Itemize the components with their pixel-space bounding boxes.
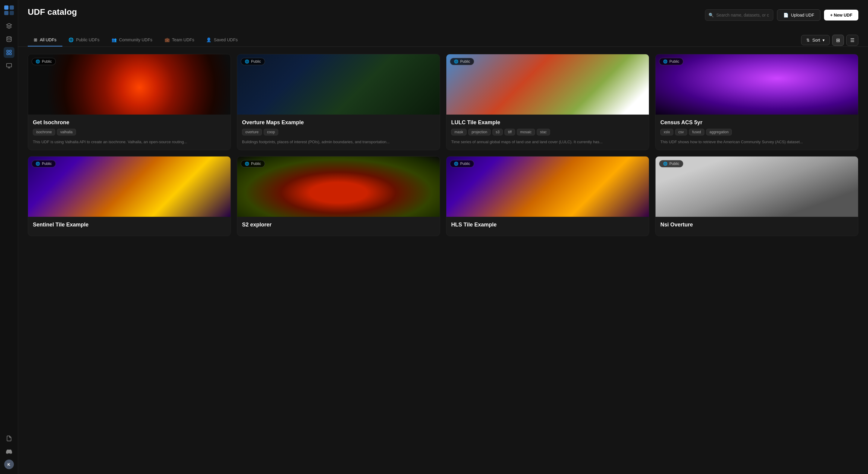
tag: tiff xyxy=(504,129,515,136)
tag: mask xyxy=(451,129,467,136)
card-sentinel[interactable]: 🌐 Public Sentinel Tile Example xyxy=(28,156,231,236)
card-title: Census ACS 5yr xyxy=(660,119,853,126)
tag: coop xyxy=(264,129,278,136)
tag: mosaic xyxy=(517,129,535,136)
card-title: LULC Tile Example xyxy=(451,119,644,126)
card-body: HLS Tile Example xyxy=(446,217,649,236)
badge-label: Public xyxy=(251,161,261,166)
tag: stac xyxy=(537,129,550,136)
search-input[interactable] xyxy=(705,9,773,21)
globe-small-icon: 🌐 xyxy=(36,161,40,166)
card-badge: 🌐 Public xyxy=(450,58,474,65)
card-isochrone[interactable]: 🌐 Public Get Isochrone isochronevalhalla… xyxy=(28,54,231,150)
tab-all-udfs[interactable]: ⊞ All UDFs xyxy=(28,34,62,47)
tag: overture xyxy=(242,129,262,136)
page-title: UDF catalog xyxy=(28,7,77,17)
grid-icon: ⊞ xyxy=(34,37,37,42)
svg-rect-3 xyxy=(10,11,14,15)
app-logo[interactable] xyxy=(4,5,14,16)
list-view-button[interactable]: ☰ xyxy=(846,35,858,46)
badge-label: Public xyxy=(670,59,679,64)
card-title: Sentinel Tile Example xyxy=(33,221,226,228)
globe-small-icon: 🌐 xyxy=(663,59,668,64)
card-thumbnail: 🌐 Public xyxy=(446,156,649,217)
card-tags: maskprojections3tiffmosaicstac xyxy=(451,129,644,136)
users-icon: 👥 xyxy=(112,37,117,42)
card-badge: 🌐 Public xyxy=(659,58,683,65)
svg-rect-1 xyxy=(10,5,14,10)
card-hls[interactable]: 🌐 Public HLS Tile Example xyxy=(446,156,649,236)
sidebar-icon-layers[interactable] xyxy=(4,21,14,31)
card-description: Time series of annual global maps of lan… xyxy=(451,139,644,145)
card-thumbnail: 🌐 Public xyxy=(655,54,858,115)
globe-small-icon: 🌐 xyxy=(663,161,668,166)
sort-button[interactable]: ⇅ Sort ▾ xyxy=(801,35,830,45)
upload-icon: 📄 xyxy=(783,13,788,18)
badge-label: Public xyxy=(670,161,679,166)
tag: s3 xyxy=(493,129,503,136)
globe-icon: 🌐 xyxy=(68,37,73,42)
card-tags: xslxcsvfusedaggregation xyxy=(660,129,853,136)
card-thumbnail: 🌐 Public xyxy=(28,54,230,115)
card-body: Sentinel Tile Example xyxy=(28,217,230,236)
card-lulc[interactable]: 🌐 Public LULC Tile Example maskprojectio… xyxy=(446,54,649,150)
svg-rect-0 xyxy=(4,5,8,10)
avatar[interactable]: K xyxy=(4,460,14,469)
tab-team-udfs[interactable]: 💼 Team UDFs xyxy=(158,34,200,47)
card-badge: 🌐 Public xyxy=(32,160,56,167)
header: UDF catalog 🔍 📄 Upload UDF + New UDF xyxy=(18,0,868,29)
card-body: Get Isochrone isochronevalhalla This UDF… xyxy=(28,115,230,150)
grid-container: 🌐 Public Get Isochrone isochronevalhalla… xyxy=(18,47,868,474)
card-description: This UDF is using Valhalla API to create… xyxy=(33,139,226,145)
tag: aggregation xyxy=(706,129,732,136)
card-overture[interactable]: 🌐 Public Overture Maps Example overturec… xyxy=(237,54,440,150)
view-controls: ⇅ Sort ▾ ⊞ ☰ xyxy=(801,35,858,46)
card-title: Get Isochrone xyxy=(33,119,226,126)
upload-udf-button[interactable]: 📄 Upload UDF xyxy=(777,9,820,21)
tag: valhalla xyxy=(57,129,76,136)
card-title: S2 explorer xyxy=(242,221,435,228)
tab-community-udfs[interactable]: 👥 Community UDFs xyxy=(105,34,158,47)
globe-small-icon: 🌐 xyxy=(245,161,249,166)
sidebar-icon-file[interactable] xyxy=(4,433,14,444)
search-icon: 🔍 xyxy=(709,13,714,18)
svg-rect-9 xyxy=(9,53,11,55)
svg-point-5 xyxy=(7,37,11,38)
card-badge: 🌐 Public xyxy=(241,160,265,167)
new-udf-button[interactable]: + New UDF xyxy=(824,10,858,21)
card-thumbnail: 🌐 Public xyxy=(446,54,649,115)
svg-rect-6 xyxy=(7,50,8,52)
tag: csv xyxy=(675,129,687,136)
card-census[interactable]: 🌐 Public Census ACS 5yr xslxcsvfusedaggr… xyxy=(655,54,858,150)
card-description: This UDF shows how to retrieve the Ameri… xyxy=(660,139,853,145)
card-nsi[interactable]: 🌐 Public Nsi Overture xyxy=(655,156,858,236)
card-thumbnail: 🌐 Public xyxy=(237,54,440,115)
card-s2[interactable]: 🌐 Public S2 explorer xyxy=(237,156,440,236)
card-thumbnail: 🌐 Public xyxy=(237,156,440,217)
search-wrapper: 🔍 xyxy=(705,9,773,21)
card-body: LULC Tile Example maskprojections3tiffmo… xyxy=(446,115,649,150)
tag: xslx xyxy=(660,129,673,136)
sidebar-icon-udf[interactable] xyxy=(4,47,14,58)
card-thumbnail: 🌐 Public xyxy=(655,156,858,217)
card-body: Overture Maps Example overturecoop Build… xyxy=(237,115,440,150)
sidebar-icon-database[interactable] xyxy=(4,34,14,45)
sidebar-icon-apps[interactable] xyxy=(4,60,14,71)
card-thumbnail: 🌐 Public xyxy=(28,156,230,217)
card-tags: overturecoop xyxy=(242,129,435,136)
tag: projection xyxy=(468,129,491,136)
tab-public-udfs[interactable]: 🌐 Public UDFs xyxy=(62,34,105,47)
card-title: HLS Tile Example xyxy=(451,221,644,228)
grid-view-button[interactable]: ⊞ xyxy=(832,35,844,46)
svg-marker-4 xyxy=(6,24,11,26)
globe-small-icon: 🌐 xyxy=(245,59,249,64)
sidebar-icon-discord[interactable] xyxy=(4,446,14,457)
card-body: Nsi Overture xyxy=(655,217,858,236)
globe-small-icon: 🌐 xyxy=(454,59,458,64)
chevron-down-icon: ▾ xyxy=(823,38,825,42)
tab-saved-udfs[interactable]: 👤 Saved UDFs xyxy=(200,34,244,47)
svg-rect-7 xyxy=(9,50,11,52)
card-badge: 🌐 Public xyxy=(32,58,56,65)
svg-rect-10 xyxy=(6,64,11,67)
tabs-bar: ⊞ All UDFs 🌐 Public UDFs 👥 Community UDF… xyxy=(18,34,868,47)
